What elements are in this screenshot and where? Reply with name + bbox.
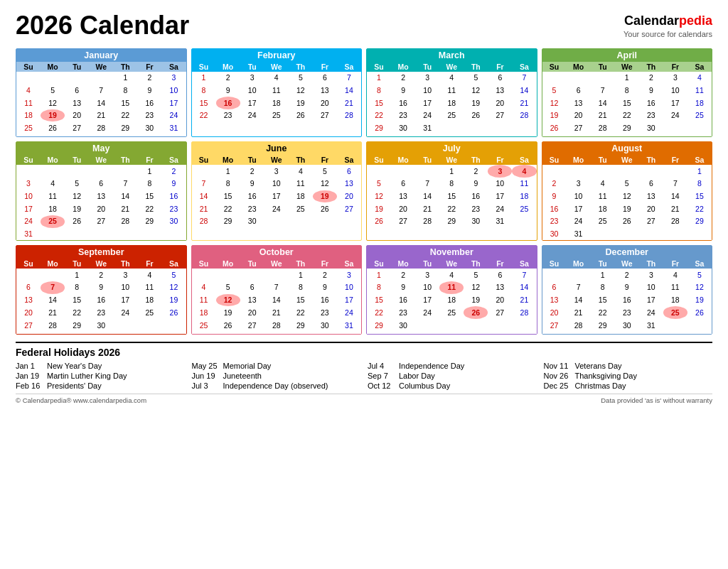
day-cell: 19 (216, 306, 240, 319)
day-cell (16, 72, 41, 85)
month-header-january: January (16, 49, 186, 62)
month-april: AprilSuMoTuWeThFrSa123456789101112131415… (542, 48, 713, 137)
day-cell (367, 134, 391, 136)
holiday-column: Nov 11Veterans DayNov 26Thanksgiving Day… (544, 362, 713, 390)
day-cell: 26 (464, 109, 488, 122)
day-cell (591, 72, 615, 85)
day-cell: 9 (161, 178, 186, 190)
day-cell: 16 (313, 294, 337, 307)
day-cell: 17 (161, 97, 186, 109)
day-cell: 29 (216, 215, 240, 228)
day-cell: 23 (391, 109, 415, 122)
brand-pedia: pedia (679, 13, 712, 28)
day-cell: 26 (216, 319, 240, 332)
day-cell: 1 (65, 269, 89, 281)
day-cell (161, 332, 186, 334)
day-cell: 2 (542, 178, 567, 190)
day-cell: 9 (391, 281, 415, 294)
day-cell: 24 (240, 109, 264, 122)
month-header-june: June (192, 142, 362, 155)
day-cell: 25 (192, 319, 216, 332)
day-cell: 15 (687, 190, 712, 203)
day-cell: 4 (264, 72, 289, 85)
day-cell: 1 (113, 72, 137, 85)
day-cell: 27 (639, 215, 663, 228)
day-cell: 13 (337, 178, 361, 190)
day-cell: 14 (113, 190, 137, 203)
day-cell: 8 (439, 178, 464, 190)
day-cell: 13 (65, 97, 89, 109)
day-cell: 11 (439, 84, 464, 97)
day-cell: 27 (567, 121, 591, 134)
day-cell (488, 134, 512, 136)
month-body: 1234567891011121314151617181920212223242… (192, 269, 362, 333)
day-cell (415, 228, 439, 230)
day-cell (512, 134, 536, 136)
day-cell: 18 (289, 190, 313, 203)
day-cell (240, 124, 264, 126)
holiday-name: Labor Day (399, 372, 435, 380)
day-cell: 6 (65, 84, 89, 97)
day-cell: 16 (240, 190, 264, 203)
holiday-date: Jan 1 (16, 362, 43, 370)
day-cell: 24 (415, 306, 439, 319)
day-cell: 14 (415, 190, 439, 203)
holiday-name: Veterans Day (575, 362, 622, 370)
page-header: 2026 Calendar Calendarpedia Your source … (16, 13, 712, 40)
day-cell: 24 (415, 109, 439, 122)
day-cell: 4 (16, 84, 41, 97)
day-cell: 10 (639, 281, 663, 294)
day-cell (488, 121, 512, 134)
day-cell: 22 (591, 306, 615, 319)
day-cell (512, 319, 536, 332)
holiday-date: Dec 25 (544, 381, 571, 390)
month-february: FebruarySuMoTuWeThFrSa123456789101112131… (191, 48, 363, 137)
day-cell: 4 (687, 72, 712, 85)
day-cell: 22 (289, 306, 313, 319)
day-cell: 20 (639, 202, 663, 215)
day-cell: 17 (567, 202, 591, 215)
day-cell: 7 (113, 178, 137, 190)
day-cell: 1 (192, 72, 216, 85)
month-body: 1234567891011121314151617181920212223242… (367, 269, 537, 333)
day-cell: 29 (687, 215, 712, 228)
day-cell: 26 (65, 215, 89, 228)
day-cell: 11 (512, 178, 536, 190)
day-cell: 30 (391, 319, 415, 332)
day-cell (216, 228, 240, 230)
day-cell: 4 (439, 269, 464, 281)
day-cell: 28 (337, 109, 361, 122)
day-cell (391, 134, 415, 136)
month-may: MaySuMoTuWeThFrSa12345678910111213141516… (16, 141, 187, 241)
day-cell: 4 (41, 178, 65, 190)
day-cell: 14 (264, 294, 289, 307)
day-cell: 29 (137, 215, 161, 228)
day-cell: 23 (216, 109, 240, 122)
day-cell: 18 (137, 294, 161, 307)
day-cell: 3 (663, 72, 687, 85)
day-cell: 23 (89, 306, 113, 319)
holiday-row: Jan 1New Year's Day (16, 362, 185, 370)
day-cell: 21 (41, 306, 65, 319)
day-cell (161, 228, 186, 241)
day-cell: 16 (639, 97, 663, 109)
page-footer: © Calendarpedia® www.calendarpedia.com D… (16, 394, 712, 404)
day-cell (89, 228, 113, 241)
day-cell (639, 332, 663, 334)
day-cell: 7 (41, 281, 65, 294)
day-cell (663, 134, 687, 136)
day-cell: 24 (663, 109, 687, 122)
day-cell (41, 134, 65, 136)
day-cell: 8 (137, 178, 161, 190)
day-cell (89, 134, 113, 136)
day-cell (439, 134, 464, 136)
day-cell: 4 (289, 165, 313, 178)
day-cell: 31 (415, 121, 439, 134)
day-cell (89, 165, 113, 178)
day-cell: 20 (488, 97, 512, 109)
day-cell (687, 134, 712, 136)
day-cell: 22 (137, 202, 161, 215)
day-cell: 19 (65, 202, 89, 215)
day-cell (89, 332, 113, 334)
day-cell: 17 (488, 190, 512, 203)
